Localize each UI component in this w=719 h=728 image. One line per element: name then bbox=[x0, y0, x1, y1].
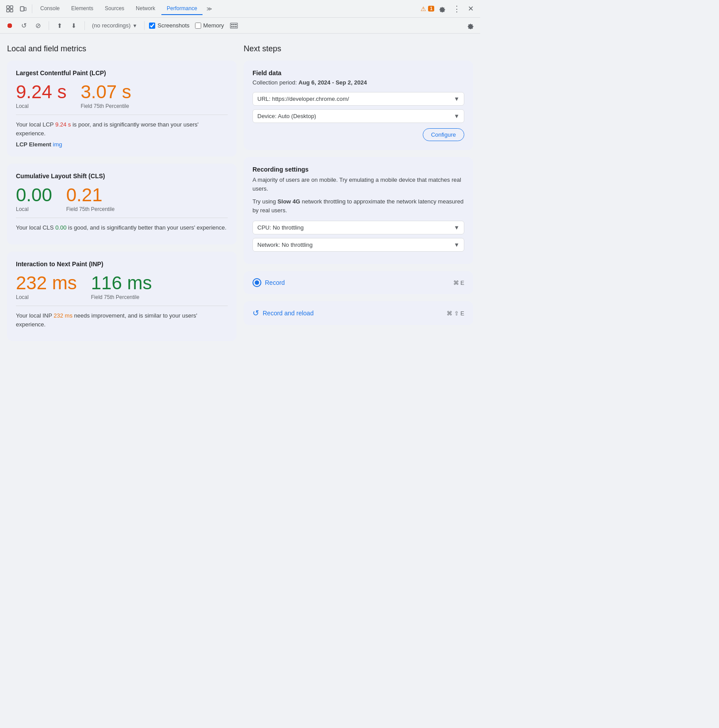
cls-values: 0.00 Local 0.21 Field 75th Percentile bbox=[16, 185, 228, 212]
record-reload-icon: ↺ bbox=[252, 308, 259, 318]
recording-settings-title: Recording settings bbox=[252, 166, 464, 173]
record-circle-icon bbox=[252, 278, 261, 287]
toolbar-right: ⚠ 1 ⋮ ✕ bbox=[421, 3, 477, 15]
performance-toolbar: ⏺ ↺ ⊘ ⬆ ⬇ (no recordings) ▼ Screenshots … bbox=[0, 18, 480, 34]
network-throttling-value: Network: No throttling bbox=[257, 241, 313, 248]
cls-field-label: Field 75th Percentile bbox=[66, 206, 115, 212]
lcp-field-label: Field 75th Percentile bbox=[80, 103, 131, 109]
inp-local-label: Local bbox=[16, 294, 77, 300]
inp-highlight: 232 ms bbox=[54, 312, 73, 319]
left-panel: Local and field metrics Largest Contentf… bbox=[7, 44, 237, 348]
tab-performance[interactable]: Performance bbox=[161, 3, 203, 15]
clear-icon[interactable]: ⊘ bbox=[32, 19, 44, 32]
tab-console[interactable]: Console bbox=[35, 3, 65, 15]
screenshots-label: Screenshots bbox=[157, 22, 189, 29]
settings-icon[interactable] bbox=[436, 3, 448, 15]
device-value: Device: Auto (Desktop) bbox=[257, 113, 316, 119]
lcp-element-link[interactable]: img bbox=[53, 141, 62, 148]
url-chevron-icon: ▼ bbox=[454, 96, 459, 102]
cls-field-group: 0.21 Field 75th Percentile bbox=[66, 185, 115, 212]
configure-btn-container: Configure bbox=[252, 128, 464, 141]
tab-elements[interactable]: Elements bbox=[66, 3, 99, 15]
alert-count: 1 bbox=[428, 6, 434, 11]
svg-rect-10 bbox=[231, 26, 233, 27]
svg-rect-3 bbox=[10, 9, 13, 12]
screenshots-checkbox-label[interactable]: Screenshots bbox=[149, 22, 189, 29]
configure-button[interactable]: Configure bbox=[423, 128, 464, 141]
network-chevron-icon: ▼ bbox=[454, 241, 459, 248]
memory-checkbox[interactable] bbox=[195, 23, 201, 29]
url-dropdown[interactable]: URL: https://developer.chrome.com/ ▼ bbox=[252, 92, 464, 106]
network-throttling-dropdown[interactable]: Network: No throttling ▼ bbox=[252, 238, 464, 252]
field-data-card: Field data Collection period: Aug 6, 202… bbox=[244, 61, 473, 150]
devtools-toolbar: Console Elements Sources Network Perform… bbox=[0, 0, 480, 18]
reload-record-icon[interactable]: ↺ bbox=[18, 19, 30, 32]
lcp-local-group: 9.24 s Local bbox=[16, 82, 66, 109]
more-tabs-icon[interactable]: ≫ bbox=[203, 3, 216, 15]
more-options-icon[interactable]: ⋮ bbox=[450, 3, 463, 15]
record-shortcut: ⌘ E bbox=[453, 280, 464, 286]
record-label: Record bbox=[265, 279, 285, 286]
cls-local-label: Local bbox=[16, 206, 52, 212]
inspect-icon[interactable] bbox=[4, 3, 16, 15]
cls-card-title: Cumulative Layout Shift (CLS) bbox=[16, 172, 228, 180]
lcp-card-title: Largest Contentful Paint (LCP) bbox=[16, 69, 228, 77]
cls-description: Your local CLS 0.00 is good, and is sign… bbox=[16, 223, 228, 232]
recording-settings-desc1: A majority of users are on mobile. Try e… bbox=[252, 176, 464, 193]
svg-rect-11 bbox=[233, 26, 234, 27]
cls-divider bbox=[16, 218, 228, 218]
inp-field-label: Field 75th Percentile bbox=[91, 294, 152, 300]
cls-field-value: 0.21 bbox=[66, 185, 115, 205]
device-dropdown[interactable]: Device: Auto (Desktop) ▼ bbox=[252, 109, 464, 123]
download-icon[interactable]: ⬇ bbox=[68, 19, 80, 32]
screenshots-checkbox[interactable] bbox=[149, 23, 155, 29]
recording-select[interactable]: (no recordings) ▼ bbox=[89, 21, 140, 30]
close-icon[interactable]: ✕ bbox=[464, 3, 477, 15]
main-content: Local and field metrics Largest Contentf… bbox=[0, 34, 480, 359]
svg-rect-0 bbox=[7, 6, 9, 8]
inp-local-value: 232 ms bbox=[16, 273, 77, 293]
filmstrip-icon[interactable] bbox=[228, 19, 240, 32]
lcp-element: LCP Element img bbox=[16, 141, 228, 148]
record-start-icon[interactable]: ⏺ bbox=[4, 19, 16, 32]
lcp-highlight: 9.24 s bbox=[55, 121, 71, 128]
svg-rect-8 bbox=[233, 24, 234, 25]
inp-values: 232 ms Local 116 ms Field 75th Percentil… bbox=[16, 273, 228, 300]
inp-divider bbox=[16, 306, 228, 306]
capture-settings-icon[interactable] bbox=[464, 19, 477, 32]
lcp-divider bbox=[16, 115, 228, 115]
memory-checkbox-label[interactable]: Memory bbox=[195, 22, 224, 29]
recording-placeholder: (no recordings) bbox=[92, 22, 130, 29]
tab-sources[interactable]: Sources bbox=[99, 3, 130, 15]
record-action-left: Record bbox=[252, 278, 285, 287]
cpu-throttling-value: CPU: No throttling bbox=[257, 224, 304, 231]
device-toggle-icon[interactable] bbox=[17, 3, 29, 15]
record-reload-card[interactable]: ↺ Record and reload ⌘ ⇧ E bbox=[244, 301, 473, 325]
upload-icon[interactable]: ⬆ bbox=[54, 19, 66, 32]
left-panel-title: Local and field metrics bbox=[7, 44, 237, 54]
url-value: URL: https://developer.chrome.com/ bbox=[257, 96, 349, 102]
cpu-throttling-dropdown[interactable]: CPU: No throttling ▼ bbox=[252, 221, 464, 234]
alert-badge-container: ⚠ 1 bbox=[421, 5, 434, 12]
device-chevron-icon: ▼ bbox=[454, 113, 459, 119]
tab-network[interactable]: Network bbox=[130, 3, 161, 15]
lcp-local-value: 9.24 s bbox=[16, 82, 66, 102]
cls-local-value: 0.00 bbox=[16, 185, 52, 205]
inp-card-title: Interaction to Next Paint (INP) bbox=[16, 261, 228, 268]
right-panel: Next steps Field data Collection period:… bbox=[244, 44, 473, 348]
record-circle-inner bbox=[255, 280, 259, 285]
memory-label: Memory bbox=[203, 22, 224, 29]
separator bbox=[144, 21, 145, 30]
lcp-local-label: Local bbox=[16, 103, 66, 109]
svg-rect-9 bbox=[235, 24, 237, 25]
lcp-card: Largest Contentful Paint (LCP) 9.24 s Lo… bbox=[7, 61, 237, 157]
record-card[interactable]: Record ⌘ E bbox=[244, 271, 473, 294]
record-reload-shortcut: ⌘ ⇧ E bbox=[447, 310, 464, 317]
cls-local-group: 0.00 Local bbox=[16, 185, 52, 212]
slow4g-text: Slow 4G bbox=[278, 198, 300, 205]
separator bbox=[49, 21, 49, 30]
svg-rect-6 bbox=[230, 23, 237, 28]
svg-rect-4 bbox=[20, 7, 24, 11]
separator bbox=[84, 21, 85, 30]
svg-rect-12 bbox=[235, 26, 237, 27]
